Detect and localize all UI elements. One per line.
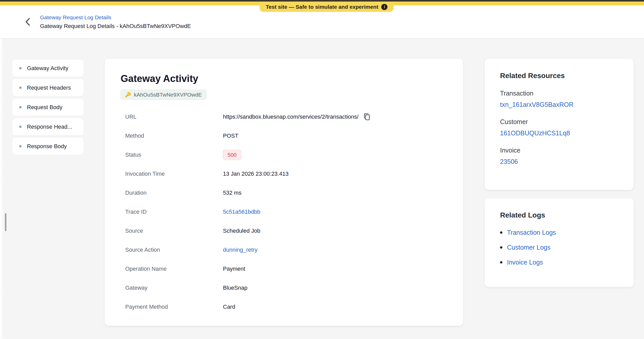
field-row-operation-name: Operation Name Payment <box>121 259 447 278</box>
transaction-logs-item[interactable]: Transaction Logs <box>500 225 618 240</box>
copy-icon[interactable] <box>363 113 371 121</box>
field-label: Method <box>125 133 223 139</box>
field-row-gateway: Gateway BlueSnap <box>121 278 447 297</box>
related-resources-title: Related Resources <box>500 72 618 80</box>
field-list: URL https://sandbox.bluesnap.com/service… <box>121 107 447 316</box>
field-row-source: Source Scheduled Job <box>121 221 447 240</box>
bullet-icon <box>19 145 22 147</box>
test-site-banner: Test site — Safe to simulate and experim… <box>0 2 644 5</box>
header-text: Gateway Request Log Details Gateway Requ… <box>40 14 191 30</box>
operation-name-value: Payment <box>223 266 245 272</box>
related-resources-card: Related Resources Transaction txn_161arx… <box>485 59 634 190</box>
field-row-invocation-time: Invocation Time 13 Jan 2026 23:00:23.413 <box>121 164 447 183</box>
bullet-icon <box>500 261 502 263</box>
sidebar-item-response-body[interactable]: Response Body <box>12 138 84 155</box>
field-label: Status <box>125 152 223 158</box>
bullet-icon <box>19 126 22 128</box>
resource-item-invoice: Invoice 23506 <box>500 147 618 165</box>
status-badge: 500 <box>223 150 241 160</box>
sidebar-item-label: Gateway Activity <box>27 65 68 72</box>
bullet-icon <box>19 67 22 69</box>
field-row-source-action: Source Action dunning_retry <box>121 240 447 259</box>
breadcrumb-link[interactable]: Gateway Request Log Details <box>40 14 191 21</box>
related-logs-list: Transaction Logs Customer Logs Invoice L… <box>500 225 618 270</box>
key-icon: 🔑 <box>125 92 131 97</box>
sidebar-item-request-body[interactable]: Request Body <box>12 99 84 116</box>
chevron-left-icon <box>24 17 31 26</box>
sidebar-item-label: Response Body <box>27 143 67 150</box>
source-action-link[interactable]: dunning_retry <box>223 247 258 253</box>
sidebar-item-label: Request Headers <box>27 84 71 91</box>
card-title: Gateway Activity <box>121 73 447 84</box>
method-value: POST <box>223 133 238 139</box>
sidebar-item-response-headers[interactable]: Response Head... <box>12 118 84 135</box>
payment-method-value: Card <box>223 304 235 310</box>
field-label: Duration <box>125 190 223 196</box>
sidebar-item-request-headers[interactable]: Request Headers <box>12 79 84 96</box>
field-label: Invocation Time <box>125 171 223 177</box>
related-logs-card: Related Logs Transaction Logs Customer L… <box>485 198 634 287</box>
invoice-logs-item[interactable]: Invoice Logs <box>500 255 618 270</box>
field-row-trace-id: Trace ID 5c51a561bdbb <box>121 202 447 221</box>
customer-link[interactable]: 161ODBUQUzHCS1Lq8 <box>500 129 618 137</box>
field-label: Trace ID <box>125 209 223 215</box>
content-area: Gateway Activity Request Headers Request… <box>0 39 644 338</box>
source-value: Scheduled Job <box>223 228 260 234</box>
trace-id-link[interactable]: 5c51a561bdbb <box>223 209 260 215</box>
resource-label: Customer <box>500 118 618 126</box>
resource-label: Invoice <box>500 147 618 154</box>
field-label: Source Action <box>125 247 223 253</box>
field-label: Source <box>125 228 223 234</box>
url-value: https://sandbox.bluesnap.com/services/2/… <box>223 114 358 120</box>
field-row-url: URL https://sandbox.bluesnap.com/service… <box>121 107 447 126</box>
gateway-log-id-badge: 🔑 kAhOu5sBTwNe9XVPOwdE <box>121 90 206 100</box>
invocation-time-value: 13 Jan 2026 23:00:23.413 <box>223 171 289 177</box>
transaction-link[interactable]: txn_161arxV8G5BaxROR <box>500 101 618 108</box>
test-site-badge: Test site — Safe to simulate and experim… <box>260 2 394 12</box>
field-label: Gateway <box>125 285 223 291</box>
field-row-payment-method: Payment Method Card <box>121 297 447 316</box>
related-logs-title: Related Logs <box>500 211 618 219</box>
field-value: 500 <box>223 150 241 160</box>
field-label: URL <box>125 114 223 120</box>
info-icon[interactable]: i <box>381 4 387 10</box>
bullet-icon <box>500 246 502 249</box>
gateway-activity-card: Gateway Activity 🔑 kAhOu5sBTwNe9XVPOwdE … <box>105 59 463 326</box>
resource-item-transaction: Transaction txn_161arxV8G5BaxROR <box>500 90 618 108</box>
invoice-logs-link[interactable]: Invoice Logs <box>507 259 543 266</box>
resource-item-customer: Customer 161ODBUQUzHCS1Lq8 <box>500 118 618 137</box>
customer-logs-item[interactable]: Customer Logs <box>500 240 618 255</box>
back-button[interactable] <box>23 17 33 27</box>
scrollbar-handle[interactable] <box>5 213 6 231</box>
field-label: Payment Method <box>125 304 223 310</box>
invoice-link[interactable]: 23506 <box>500 158 618 165</box>
bullet-icon <box>19 87 22 89</box>
sidebar-item-label: Request Body <box>27 104 62 111</box>
field-row-status: Status 500 <box>121 145 447 164</box>
field-row-duration: Duration 532 ms <box>121 183 447 202</box>
gateway-log-id: kAhOu5sBTwNe9XVPOwdE <box>134 92 202 98</box>
section-nav: Gateway Activity Request Headers Request… <box>12 60 84 155</box>
bullet-icon <box>19 106 22 108</box>
scrollbar-track <box>0 39 3 338</box>
test-site-badge-label: Test site — Safe to simulate and experim… <box>266 4 378 10</box>
page-subtitle: Gateway Request Log Details - kAhOu5sBTw… <box>40 23 191 30</box>
field-value: https://sandbox.bluesnap.com/services/2/… <box>223 113 371 121</box>
field-row-method: Method POST <box>121 126 447 145</box>
field-label: Operation Name <box>125 266 223 272</box>
bullet-icon <box>500 231 502 234</box>
duration-value: 532 ms <box>223 190 241 196</box>
gateway-value: BlueSnap <box>223 285 247 291</box>
transaction-logs-link[interactable]: Transaction Logs <box>507 229 556 236</box>
resource-label: Transaction <box>500 90 618 97</box>
customer-logs-link[interactable]: Customer Logs <box>507 244 551 251</box>
sidebar-item-label: Response Head... <box>27 124 72 130</box>
sidebar-item-gateway-activity[interactable]: Gateway Activity <box>12 60 84 77</box>
